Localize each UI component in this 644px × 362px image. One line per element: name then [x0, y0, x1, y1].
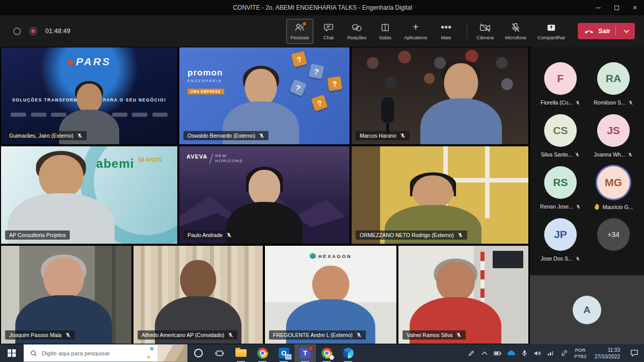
reactions-button[interactable]: Reações	[344, 19, 370, 43]
participant-card[interactable]: F Fiorella (Co...	[534, 62, 587, 106]
participant-card-speaking[interactable]: MG Mauricio G...	[587, 166, 640, 210]
task-view-button[interactable]	[209, 344, 230, 362]
onedrive-tray-button[interactable]	[504, 344, 518, 362]
muted-mic-icon	[400, 133, 406, 139]
maximize-button[interactable]	[607, 0, 626, 15]
search-input[interactable]	[42, 350, 139, 356]
teams-button[interactable]: T	[294, 344, 316, 362]
tile-background-mountains: AVEVA NEW HORIZONS	[179, 146, 350, 244]
people-label: Pessoas	[290, 35, 309, 40]
meeting-timer: 01:48:49	[45, 28, 70, 35]
mic-off-icon	[511, 22, 520, 33]
file-explorer-button[interactable]	[230, 344, 252, 362]
participant-name: Fiorella (Co...	[541, 99, 573, 106]
device-controls: Câmera Microfone Compartilhar	[473, 19, 569, 43]
aveva-brand-sub: NEW HORIZONS	[215, 153, 242, 164]
shield-icon	[13, 28, 21, 35]
clock[interactable]: 11:33 27/10/2022	[590, 344, 625, 362]
participant-card[interactable]: RS Renan Jose...	[534, 166, 587, 210]
taskbar-search[interactable]	[23, 344, 187, 362]
microphone-button[interactable]: Microfone	[501, 19, 530, 43]
share-button[interactable]: Compartilhar	[534, 19, 569, 43]
chrome-button[interactable]	[252, 344, 273, 362]
maximize-icon	[614, 6, 619, 10]
rooms-button[interactable]: Salas	[373, 19, 397, 43]
participant-person	[226, 166, 303, 244]
network-icon	[547, 350, 554, 356]
self-view-panel[interactable]: A	[530, 275, 644, 344]
pen-tray-button[interactable]	[465, 344, 478, 362]
participant-card[interactable]: JS Joanna Wh...	[587, 114, 640, 158]
more-button[interactable]: ••• Mais	[434, 19, 459, 43]
battery-tray-button[interactable]	[491, 344, 504, 362]
microphone-tray-button[interactable]	[518, 344, 531, 362]
muted-mic-icon	[576, 204, 581, 210]
minimize-button[interactable]	[589, 0, 607, 15]
volume-tray-button[interactable]	[531, 344, 544, 362]
leave-button[interactable]: Sair	[578, 23, 635, 39]
door-frame	[112, 246, 116, 344]
phone-link-tray-button[interactable]	[557, 344, 571, 362]
tile-background-abemi: abemi 58 ANOS	[1, 146, 177, 244]
start-button[interactable]	[0, 344, 23, 362]
muted-mic-icon	[65, 332, 71, 338]
action-center-button[interactable]	[625, 344, 644, 362]
chat-button[interactable]: Chat	[316, 19, 341, 43]
close-button[interactable]: ✕	[626, 0, 644, 15]
video-tile[interactable]: AVEVA NEW HORIZONS Paulo Andrade	[179, 146, 350, 244]
chrome-profile-button[interactable]	[316, 344, 337, 362]
cortana-button[interactable]	[187, 344, 209, 362]
video-tile[interactable]: Marcos Harano	[352, 47, 528, 144]
participant-name: FREGOLENTE Andre L (Externo)	[273, 332, 353, 338]
participant-card[interactable]: CS Silva Santo...	[534, 114, 587, 158]
participant-card[interactable]: RA Romilson S...	[587, 62, 640, 106]
overflow-count: +34	[597, 218, 630, 251]
video-tile[interactable]: PARS SOLUÇÕES TRANSFORMADORAS PARA O SEU…	[1, 47, 177, 144]
participant-name: Joaquim Passos Maia	[9, 332, 62, 338]
task-view-icon	[215, 349, 224, 357]
tile-background-curtains	[133, 246, 263, 344]
share-label: Compartilhar	[538, 35, 565, 40]
name-tag: FREGOLENTE Andre L (Externo)	[269, 330, 366, 340]
participant-name: AP Consultoria Projetos	[9, 232, 66, 238]
title-bar: CONVITE - 2o. ABEMI ENGENHARIA TALKS - E…	[0, 0, 644, 15]
video-tile[interactable]: Joaquim Passos Maia	[1, 246, 131, 344]
leave-label: Sair	[598, 28, 610, 35]
participant-name: Silva Santo...	[541, 151, 573, 158]
participant-card[interactable]: JP Jose Dos S...	[534, 218, 587, 262]
edge-button[interactable]	[337, 344, 359, 362]
video-tile[interactable]: Alfredo Americano AP (Convidado)	[133, 246, 263, 344]
meeting-stage: PARS SOLUÇÕES TRANSFORMADORAS PARA O SEU…	[0, 47, 644, 344]
network-tray-button[interactable]	[544, 344, 557, 362]
overflow-participants[interactable]: +34	[587, 218, 640, 251]
video-tile[interactable]: ORMEZZANO NETO Rodrigo (Externo)	[352, 146, 528, 244]
video-tile[interactable]: Valnei Ramos Silva	[398, 246, 528, 344]
video-tile[interactable]: promon ENGENHARIA UMA EMPRESA ? ? ? ? ? …	[179, 47, 350, 144]
tile-background-office	[1, 246, 131, 344]
window-controls: ✕	[589, 0, 644, 15]
apps-button[interactable]: + Aplicativos	[400, 19, 431, 43]
leave-separator	[615, 26, 616, 36]
tile-background-yellow-wall	[352, 146, 528, 244]
participant-name: Marcos Harano	[360, 133, 396, 139]
camera-button[interactable]: Câmera	[473, 19, 497, 43]
meeting-status: 01:48:49	[0, 27, 93, 35]
tray-expand-button[interactable]	[478, 344, 491, 362]
reactions-icon	[351, 22, 362, 33]
people-button[interactable]: Pessoas	[286, 19, 313, 44]
muted-mic-icon	[575, 256, 580, 262]
question-tile-icon: ?	[309, 64, 325, 80]
leave-dropdown[interactable]	[620, 28, 633, 35]
camera-off-icon	[479, 22, 491, 33]
participant-name: Jose Dos S...	[541, 255, 572, 262]
outlook-button[interactable]: O	[273, 344, 294, 362]
language-indicator[interactable]: POR PTB2	[571, 344, 590, 362]
tile-background-survey-room	[398, 246, 528, 344]
video-tile[interactable]: HEXAGON FREGOLENTE Andre L (Externo)	[265, 246, 396, 344]
video-tile[interactable]: abemi 58 ANOS AP Consultoria Projetos	[1, 146, 177, 244]
muted-mic-icon	[458, 232, 463, 238]
muted-mic-icon	[228, 332, 233, 338]
search-highlight-image[interactable]	[157, 345, 187, 361]
participant-rail: F Fiorella (Co... RA Romilson S... CS Si…	[530, 47, 644, 344]
participant-person	[420, 59, 502, 144]
